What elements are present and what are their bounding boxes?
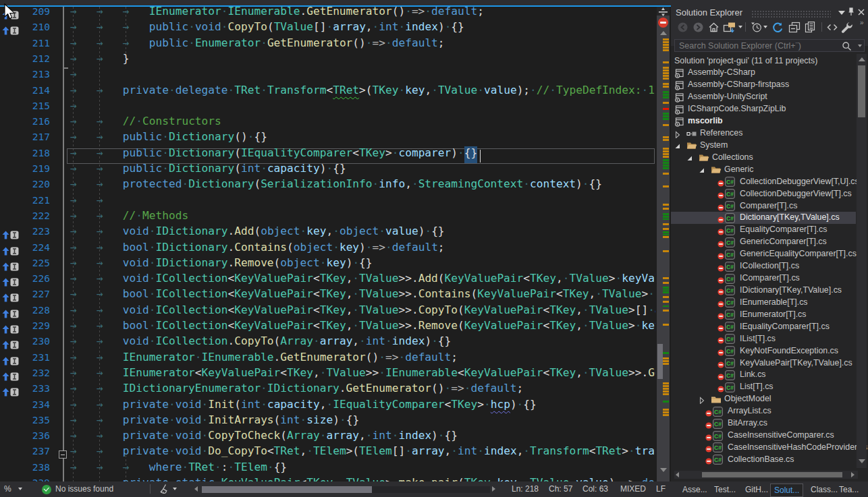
code-text-area[interactable]: → → → IEnumerator·IEnumerable.GetEnumera… (0, 7, 655, 481)
tree-item-icomparer-t-cs[interactable]: C#IComparer[T].cs (671, 272, 856, 285)
tool-window-tab-asse[interactable]: Asse... (679, 484, 711, 496)
tool-window-tab-gith[interactable]: GitH... (742, 484, 771, 496)
tree-horizontal-scrollbar[interactable] (674, 471, 858, 479)
collapse-arrow-icon[interactable] (698, 166, 705, 173)
expand-arrow-icon[interactable] (698, 396, 705, 403)
code-cleanup-icon[interactable] (158, 484, 170, 497)
home-icon[interactable] (708, 22, 720, 33)
tree-item-dictionary-tkey-tvalue-cs[interactable]: C#Dictionary[TKey,TValue].cs (671, 212, 856, 224)
collapse-arrow-icon[interactable] (686, 154, 693, 161)
scroll-up-arrow[interactable] (859, 57, 865, 61)
excluded-overlay-icon (717, 215, 724, 222)
window-position-icon[interactable] (838, 7, 846, 15)
status-character[interactable]: Ch: 57 (549, 484, 572, 494)
tree-item-list-t-cs[interactable]: C#List[T].cs (671, 381, 856, 393)
scroll-up-arrow[interactable] (660, 31, 667, 35)
tool-window-tab-test[interactable]: Test... (711, 484, 739, 496)
scrollbar-thumb[interactable] (202, 486, 372, 493)
tree-item-ienumerator-t-cs[interactable]: C#IEnumerator[T].cs (671, 309, 856, 321)
scrollbar-thumb[interactable] (702, 472, 842, 477)
code-cleanup-dropdown-arrow[interactable] (173, 488, 177, 490)
hscroll-right-arrow[interactable] (492, 486, 495, 492)
scrollbar-thumb[interactable] (858, 65, 865, 117)
collapse-all-icon[interactable] (788, 22, 800, 33)
view-code-icon[interactable] (826, 22, 838, 33)
tree-item-link-cs[interactable]: C#Link.cs (671, 369, 856, 381)
saved-change-mark (663, 96, 670, 98)
tree-item-collections[interactable]: Collections (671, 152, 856, 164)
hscroll-left-arrow[interactable] (194, 486, 198, 492)
tree-item-collectiondebuggerview-t-cs[interactable]: C#CollectionDebuggerView[T].cs (671, 188, 856, 200)
tree-item-assembly-unityscript[interactable]: Assembly-UnityScript (671, 91, 856, 103)
tree-item-objectmodel[interactable]: ObjectModel (671, 393, 856, 405)
collapse-arrow-icon[interactable] (674, 142, 681, 149)
search-icon[interactable] (842, 41, 852, 51)
switch-views-dropdown-arrow[interactable] (738, 26, 742, 28)
editor-horizontal-scrollbar[interactable] (202, 486, 490, 493)
health-check-icon[interactable] (42, 485, 51, 494)
tree-item-mscorlib[interactable]: mscorlib (671, 115, 856, 127)
search-options-dropdown-arrow[interactable] (858, 45, 862, 47)
title-drag-grip[interactable] (751, 10, 831, 18)
toolbar-overflow-icon[interactable]: » (860, 19, 864, 26)
tree-item-collectiondebuggerview-t-u-cs[interactable]: C#CollectionDebuggerView[T,U].cs (671, 176, 856, 188)
search-box[interactable]: Search Solution Explorer (Ctrl+¨) (674, 39, 865, 52)
properties-wrench-icon[interactable] (841, 22, 852, 33)
status-line-ending[interactable]: LF (656, 484, 666, 494)
editor-vertical-scrollbar[interactable] (657, 7, 670, 481)
tree-item-keyvaluepair-tkey-tvalue-cs[interactable]: C#KeyValuePair[TKey,TValue].cs (671, 357, 856, 370)
back-icon[interactable] (677, 22, 688, 33)
close-icon[interactable] (857, 7, 865, 15)
tree-item-icollection-t-cs[interactable]: C#ICollection[T].cs (671, 260, 856, 272)
tree-item-genericcomparer-t-cs[interactable]: C#GenericComparer[T].cs (671, 236, 856, 248)
tree-item-solution-project-gui-11-of-11-projects[interactable]: Solution 'project-gui' (11 of 11 project… (671, 55, 856, 67)
sync-with-active-document-icon[interactable] (771, 22, 783, 33)
tree-item-caseinsensitivehashcodeprovider-cs[interactable]: C#CaseInsensitiveHashCodeProvider.cs (671, 442, 856, 454)
tree-item-icsharpcode-sharpziplib[interactable]: ICSharpCode.SharpZipLib (671, 103, 856, 115)
tree-item-generic[interactable]: Generic (671, 164, 856, 176)
tree-item-iequalitycomparer-t-cs[interactable]: C#IEqualityComparer[T].cs (671, 321, 856, 333)
tree-vertical-scrollbar[interactable] (857, 54, 867, 468)
tree-item-caseinsensitivecomparer-cs[interactable]: C#CaseInsensitiveComparer.cs (671, 430, 856, 442)
scroll-down-arrow[interactable] (660, 468, 667, 472)
tree-item-arraylist-cs[interactable]: C#ArrayList.cs (671, 405, 856, 417)
tree-item-genericequalitycomparer-t-cs[interactable]: C#GenericEqualityComparer[T].cs (671, 248, 856, 260)
tree-item-idictionary-tkey-tvalue-cs[interactable]: C#IDictionary[TKey,TValue].cs (671, 285, 856, 297)
document-error-indicator-icon[interactable] (658, 18, 668, 28)
editor-split-handle[interactable] (657, 7, 670, 16)
show-all-files-icon[interactable] (804, 22, 815, 33)
saved-change-mark (663, 291, 670, 293)
zoom-dropdown-arrow[interactable] (18, 488, 22, 490)
tool-window-tab-solut[interactable]: Solut... (770, 484, 803, 497)
zoom-control[interactable]: % (4, 484, 11, 494)
expand-arrow-icon[interactable] (674, 130, 681, 138)
tool-window-tab-tea[interactable]: Tea... (836, 484, 862, 496)
hscroll-right-arrow[interactable] (851, 472, 855, 477)
tree-item-comparer-t-cs[interactable]: C#Comparer[T].cs (671, 200, 856, 212)
tree-item-collectionbase-cs[interactable]: C#CollectionBase.cs (671, 454, 856, 466)
tree-item-references[interactable]: References (671, 127, 856, 140)
filter-dropdown-arrow[interactable] (763, 26, 767, 28)
scroll-down-arrow[interactable] (859, 459, 865, 463)
code-editor[interactable]: 2092102112122132142152162172182192202212… (0, 7, 671, 481)
search-placeholder: Search Solution Explorer (Ctrl+¨) (679, 41, 801, 51)
switch-views-icon[interactable] (723, 22, 734, 33)
tree-item-equalitycomparer-t-cs[interactable]: C#EqualityComparer[T].cs (671, 224, 856, 236)
status-column[interactable]: Col: 63 (582, 484, 608, 494)
health-status-text[interactable]: No issues found (55, 484, 113, 494)
tree-item-ilist-t-cs[interactable]: C#IList[T].cs (671, 333, 856, 345)
tree-item-system[interactable]: System (671, 140, 856, 152)
status-line-number[interactable]: Ln: 218 (512, 484, 539, 494)
hscroll-left-arrow[interactable] (676, 472, 679, 477)
status-indent-mode[interactable]: MIXED (620, 484, 646, 494)
code-line[interactable]: → → protected·Dictionary(SerializationIn… (70, 179, 602, 195)
pending-changes-filter-icon[interactable] (751, 22, 762, 33)
tree-item-ienumerable-t-cs[interactable]: C#IEnumerable[T].cs (671, 297, 856, 309)
tree-item-bitarray-cs[interactable]: C#BitArray.cs (671, 417, 856, 430)
tree-item-assembly-csharp-firstpass[interactable]: Assembly-CSharp-firstpass (671, 79, 856, 91)
pin-icon[interactable] (847, 7, 855, 15)
forward-icon[interactable] (693, 22, 704, 33)
code-line[interactable]: → → private·delegate·TRet·Transform<TRet… (70, 86, 655, 101)
tree-item-assembly-csharp[interactable]: Assembly-CSharp (671, 67, 856, 79)
tree-item-keynotfoundexception-cs[interactable]: C#KeyNotFoundException.cs (671, 345, 856, 357)
